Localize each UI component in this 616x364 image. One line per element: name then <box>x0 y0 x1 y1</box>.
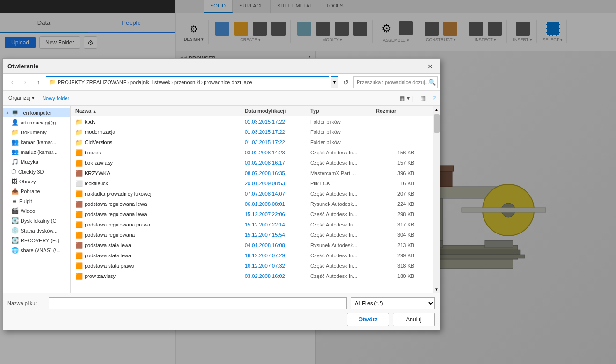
path-part-2[interactable]: podajnik_listewek <box>130 80 170 85</box>
file-name: KRZYWKA <box>85 170 110 176</box>
organize-button[interactable]: Organizuj ▾ <box>7 94 37 102</box>
tree-item-3d[interactable]: ⬡ Obiekty 3D <box>3 167 70 176</box>
cancel-button[interactable]: Anuluj <box>393 313 435 326</box>
scroll-down-button[interactable]: ▼ <box>433 285 440 293</box>
col-size[interactable]: Rozmiar <box>374 107 416 115</box>
path-sep-2: › <box>171 80 173 85</box>
scroll-thumb[interactable] <box>434 114 440 133</box>
tree-item-kamar[interactable]: 👥 kamar (kamar... <box>3 137 70 147</box>
file-type: Rysunek Autodesk... <box>308 242 374 248</box>
tree-item-disk-station[interactable]: 💿 Stacja dysków... <box>3 226 70 235</box>
path-sep-1: › <box>127 80 129 85</box>
up-button[interactable]: ↑ <box>33 77 44 88</box>
scroll-up-button[interactable]: ▲ <box>433 106 440 113</box>
file-row[interactable]: 🟫 podstawa stała lewa 04.01.2008 16:08 R… <box>71 240 433 250</box>
filename-input[interactable] <box>49 297 347 309</box>
tree-item-downloads[interactable]: 📥 Pobrane <box>3 186 70 196</box>
tree-item-mariuz[interactable]: 👥 mariuz (kamar... <box>3 147 70 157</box>
file-type-icon: 🟧 <box>75 221 83 228</box>
tree-item-computer[interactable]: ▲ 💻 Ten komputer <box>3 108 70 117</box>
file-name-cell: 🟧 boczek <box>73 149 243 157</box>
help-button[interactable]: ? <box>433 95 436 102</box>
file-row[interactable]: ⬜ lockfile.lck 20.01.2009 08:53 Plik LCK… <box>71 178 433 189</box>
path-part-3[interactable]: przenosniki <box>174 80 200 85</box>
back-button[interactable]: ‹ <box>7 77 18 88</box>
file-row[interactable]: 🟧 nakładka prowadnicy łukowej 07.07.2008… <box>71 189 433 199</box>
tree-item-music[interactable]: 🎵 Muzyka <box>3 157 70 167</box>
address-path[interactable]: 📁 PROJEKTY ZREALIZOWANE › podajnik_liste… <box>46 76 329 88</box>
documents-icon: 📁 <box>11 129 19 136</box>
filetype-select[interactable]: All Files (*.*) Autodesk Inventor Files … <box>351 297 435 309</box>
filename-row: Nazwa pliku: All Files (*.*) Autodesk In… <box>7 297 435 309</box>
file-row[interactable]: 📁 OldVersions 01.03.2015 17:22 Folder pl… <box>71 137 433 147</box>
file-name-cell: 🟧 podstawa regulowana prawa <box>73 221 243 229</box>
file-date: 03.02.2008 16:02 <box>243 273 308 279</box>
tree-item-desktop[interactable]: 🖥 Pulpit <box>3 196 70 206</box>
file-type-icon: ⬜ <box>75 180 83 187</box>
file-row[interactable]: 📁 modernizacja 01.03.2015 17:22 Folder p… <box>71 127 433 137</box>
file-name-cell: ⬜ lockfile.lck <box>73 180 243 188</box>
path-sep-3: › <box>201 80 203 85</box>
file-row[interactable]: 🟧 podstawa regulowana lewa 15.12.2007 22… <box>71 209 433 219</box>
file-name-cell: 🟫 podstawa regulowana lewa <box>73 200 243 208</box>
file-row[interactable]: 🟧 podstawa regulowana 15.12.2007 15:54 C… <box>71 230 433 240</box>
file-name: kody <box>85 119 95 124</box>
forward-button[interactable]: › <box>20 77 31 88</box>
file-row[interactable]: 🟧 prow zawiasy 03.02.2008 16:02 Część Au… <box>71 271 433 281</box>
vertical-scrollbar[interactable]: ▲ ▼ <box>433 106 440 293</box>
file-type: Część Autodesk In... <box>308 262 374 269</box>
file-type: Folder plików <box>308 129 374 135</box>
address-path-parts: PROJEKTY ZREALIZOWANE › podajnik_listewe… <box>58 80 252 85</box>
share-icon: 🌐 <box>11 247 19 254</box>
file-type-icon: 🟫 <box>75 201 83 208</box>
file-name: podstawa stała prawa <box>85 263 134 269</box>
tree-music-label: Muzyka <box>21 159 38 165</box>
file-name: lockfile.lck <box>85 181 108 186</box>
file-row[interactable]: 📁 kody 01.03.2015 17:22 Folder plików <box>71 116 433 127</box>
tree-panel: ▲ 💻 Ten komputer 👤 arturmaciag@g... 📁 Do… <box>3 106 71 293</box>
details-view-button[interactable]: ▦ <box>417 92 430 105</box>
search-input[interactable] <box>353 76 438 88</box>
new-folder-btn[interactable]: Nowy folder <box>40 95 71 102</box>
tree-item-video[interactable]: 🎬 Wideo <box>3 206 70 216</box>
path-part-4[interactable]: prowadnice dozujące <box>204 80 252 85</box>
file-type: Część Autodesk In... <box>308 252 374 259</box>
file-date: 03.02.2008 14:23 <box>243 149 308 156</box>
file-row[interactable]: 🟧 podstawa stała lewa 16.12.2007 07:29 C… <box>71 250 433 261</box>
file-name: bok zawiasy <box>85 160 113 166</box>
file-name-cell: 🟧 nakładka prowadnicy łukowej <box>73 190 243 198</box>
file-row[interactable]: 🟫 KRZYWKA 08.07.2008 16:35 MastercamX Pa… <box>71 168 433 178</box>
view-toggle-button[interactable]: ▦ ▾ <box>400 95 409 102</box>
file-type-icon: 🟧 <box>75 211 83 218</box>
file-date: 16.12.2007 07:29 <box>243 252 308 259</box>
file-row[interactable]: 🟧 podstawa stała prawa 16.12.2007 07:32 … <box>71 261 433 271</box>
tree-item-share[interactable]: 🌐 share (\\NAS) (\... <box>3 245 70 255</box>
file-type-icon: 🟫 <box>75 242 83 249</box>
path-dropdown-button[interactable]: ▼ <box>331 76 338 88</box>
file-name: podstawa stała lewa <box>85 253 131 258</box>
refresh-button[interactable]: ↺ <box>340 77 352 88</box>
path-part-1[interactable]: PROJEKTY ZREALIZOWANE <box>58 80 126 85</box>
tree-item-user[interactable]: 👤 arturmaciag@g... <box>3 117 70 127</box>
tree-item-local-disk[interactable]: 💽 Dysk lokalny (C <box>3 216 70 226</box>
file-rows-container: 📁 kody 01.03.2015 17:22 Folder plików 📁 … <box>71 116 433 281</box>
file-date: 01.03.2015 17:22 <box>243 118 308 125</box>
open-button[interactable]: Otwórz <box>347 313 389 326</box>
file-date: 06.01.2008 08:01 <box>243 201 308 207</box>
col-date[interactable]: Data modyfikacji <box>243 107 308 115</box>
file-row[interactable]: 🟫 podstawa regulowana lewa 06.01.2008 08… <box>71 199 433 209</box>
toolbar-divider: | <box>412 95 414 102</box>
file-row[interactable]: 🟧 boczek 03.02.2008 14:23 Część Autodesk… <box>71 147 433 158</box>
dialog-close-button[interactable]: ✕ <box>425 62 435 71</box>
dialog-overlay: Otwieranie ✕ ‹ › ↑ 📁 PROJEKTY ZREALIZOWA… <box>0 0 616 364</box>
tree-item-documents[interactable]: 📁 Dokumenty <box>3 127 70 137</box>
file-row[interactable]: 🟧 podstawa regulowana prawa 15.12.2007 2… <box>71 219 433 230</box>
file-name-cell: 🟧 podstawa regulowana lewa <box>73 211 243 218</box>
col-type[interactable]: Typ <box>308 107 374 115</box>
file-type: Część Autodesk In... <box>308 211 374 218</box>
tree-item-recovery[interactable]: 💽 RECOVERY (E:) <box>3 235 70 245</box>
file-row[interactable]: 🟧 bok zawiasy 03.02.2008 16:17 Część Aut… <box>71 158 433 168</box>
file-date: 04.01.2008 16:08 <box>243 242 308 248</box>
col-name[interactable]: Nazwa ▲ <box>73 107 243 115</box>
tree-item-images[interactable]: 🖼 Obrazy <box>3 176 70 186</box>
